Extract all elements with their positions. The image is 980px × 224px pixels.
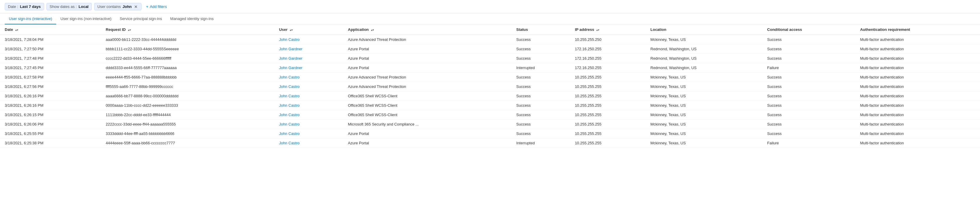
cell-status: Success	[512, 44, 570, 54]
user-link[interactable]: John Castro	[279, 94, 299, 98]
date-filter-chip[interactable]: Date : Last 7 days	[5, 3, 44, 10]
col-header-request-id[interactable]: Request ID ▴▾	[101, 24, 274, 35]
user-link[interactable]: John Gardner	[279, 65, 302, 70]
cell-status: Success	[512, 110, 570, 120]
cell-user[interactable]: John Castro	[274, 120, 343, 129]
user-link[interactable]: John Gardner	[279, 47, 302, 51]
col-header-user[interactable]: User ▴▾	[274, 24, 343, 35]
col-header-conditional-access: Conditional access	[763, 24, 856, 35]
cell-user[interactable]: John Gardner	[274, 54, 343, 63]
cell-user[interactable]: John Castro	[274, 110, 343, 120]
cell-location: Mckinney, Texas, US	[646, 91, 763, 101]
filter-bar: Date : Last 7 days Show dates as : Local…	[0, 0, 980, 14]
cell-application: Azure Portal	[343, 129, 512, 138]
cell-ip-address: 10.255.255.255	[570, 110, 646, 120]
cell-conditional-access: Success	[763, 82, 856, 91]
cell-auth-requirement: Multi-factor authentication	[855, 73, 980, 82]
user-link[interactable]: John Castro	[279, 37, 299, 42]
cell-request-id: aaa0000-bb11-2222-33cc-444444dddddd	[101, 35, 274, 44]
table-row[interactable]: 3/18/2021, 7:27:48 PMcccc2222-dd33-4444-…	[0, 54, 980, 63]
cell-auth-requirement: Multi-factor authentication	[855, 110, 980, 120]
table-row[interactable]: 3/18/2021, 6:26:15 PM1111bbbb-22cc-dddd-…	[0, 110, 980, 120]
cell-request-id: eeee4444-ff55-6666-77aa-888888bbbbbb	[101, 73, 274, 82]
cell-location: Mckinney, Texas, US	[646, 138, 763, 148]
cell-user[interactable]: John Castro	[274, 138, 343, 148]
cell-date: 3/18/2021, 6:26:06 PM	[0, 120, 101, 129]
col-header-ip-address[interactable]: IP address ▴▾	[570, 24, 646, 35]
ip-sort-icon[interactable]: ▴▾	[597, 29, 599, 32]
table-row[interactable]: 3/18/2021, 6:26:16 PM0000aaaa-11bb-cccc-…	[0, 101, 980, 110]
table-row[interactable]: 3/18/2021, 6:27:58 PMeeee4444-ff55-6666-…	[0, 73, 980, 82]
cell-auth-requirement: Multi-factor authentication	[855, 44, 980, 54]
table-row[interactable]: 3/18/2021, 7:27:50 PMbbbb1111-cc22-3333-…	[0, 44, 980, 54]
tab-managed-identity[interactable]: Managed identity sign-ins	[166, 14, 218, 24]
cell-request-id: aaaa6666-bb77-8888-99cc-000000dddddd	[101, 91, 274, 101]
user-link[interactable]: John Castro	[279, 113, 299, 117]
cell-user[interactable]: John Castro	[274, 35, 343, 44]
cell-ip-address: 10.255.255.255	[570, 129, 646, 138]
cell-auth-requirement: Multi-factor authentication	[855, 35, 980, 44]
cell-date: 3/18/2021, 7:27:45 PM	[0, 63, 101, 73]
cell-ip-address: 10.255.255.255	[570, 73, 646, 82]
cell-user[interactable]: John Castro	[274, 129, 343, 138]
cell-status: Interrupted	[512, 63, 570, 73]
table-row[interactable]: 3/18/2021, 6:26:06 PM2222cccc-33dd-eeee-…	[0, 120, 980, 129]
table-row[interactable]: 3/18/2021, 7:27:45 PMdddd3333-ee44-5555-…	[0, 63, 980, 73]
user-filter-close-icon[interactable]: ✕	[134, 5, 138, 9]
table-row[interactable]: 3/18/2021, 6:26:16 PMaaaa6666-bb77-8888-…	[0, 91, 980, 101]
user-link[interactable]: John Castro	[279, 84, 299, 89]
col-header-application[interactable]: Application ▴▾	[343, 24, 512, 35]
cell-user[interactable]: John Castro	[274, 73, 343, 82]
request-id-sort-icon[interactable]: ▴▾	[128, 29, 131, 32]
tab-interactive[interactable]: User sign-ins (interactive)	[5, 14, 56, 24]
date-sort-icon[interactable]: ▴▾	[15, 29, 18, 32]
cell-date: 3/18/2021, 6:27:56 PM	[0, 82, 101, 91]
application-sort-icon[interactable]: ▴▾	[371, 29, 374, 32]
tab-non-interactive[interactable]: User sign-ins (non-interactive)	[56, 14, 115, 24]
cell-conditional-access: Success	[763, 120, 856, 129]
cell-conditional-access: Failure	[763, 63, 856, 73]
cell-user[interactable]: John Castro	[274, 91, 343, 101]
user-filter-value: John	[123, 5, 132, 9]
add-filters-button[interactable]: + Add filters	[144, 3, 169, 10]
show-dates-filter-value: Local	[78, 5, 89, 9]
table-row[interactable]: 3/18/2021, 6:25:38 PM4444eeee-55ff-aaaa-…	[0, 138, 980, 148]
user-link[interactable]: John Castro	[279, 75, 299, 79]
user-link[interactable]: John Castro	[279, 132, 299, 136]
cell-user[interactable]: John Gardner	[274, 44, 343, 54]
cell-status: Success	[512, 101, 570, 110]
user-link[interactable]: John Gardner	[279, 56, 302, 60]
cell-date: 3/18/2021, 6:25:55 PM	[0, 129, 101, 138]
cell-application: Azure Portal	[343, 54, 512, 63]
show-dates-filter-chip[interactable]: Show dates as : Local	[46, 3, 92, 10]
cell-user[interactable]: John Castro	[274, 82, 343, 91]
table-row[interactable]: 3/18/2021, 6:25:55 PM3333dddd-44ee-ffff-…	[0, 129, 980, 138]
cell-user[interactable]: John Gardner	[274, 63, 343, 73]
cell-date: 3/18/2021, 6:26:16 PM	[0, 101, 101, 110]
col-header-date[interactable]: Date ▴▾	[0, 24, 101, 35]
cell-application: Azure Advanced Threat Protection	[343, 82, 512, 91]
table-row[interactable]: 3/18/2021, 7:28:04 PMaaa0000-bb11-2222-3…	[0, 35, 980, 44]
cell-ip-address: 10.255.255.255	[570, 82, 646, 91]
cell-date: 3/18/2021, 7:27:48 PM	[0, 54, 101, 63]
cell-ip-address: 10.255.255.255	[570, 91, 646, 101]
cell-conditional-access: Success	[763, 101, 856, 110]
cell-ip-address: 10.255.255.255	[570, 138, 646, 148]
cell-ip-address: 172.16.250.255	[570, 63, 646, 73]
cell-status: Success	[512, 73, 570, 82]
user-filter-chip[interactable]: User contains John ✕	[94, 3, 142, 10]
user-link[interactable]: John Castro	[279, 141, 299, 145]
cell-request-id: cccc2222-dd33-4444-55ee-666666ffffff	[101, 54, 274, 63]
user-sort-icon[interactable]: ▴▾	[290, 29, 293, 32]
table-row[interactable]: 3/18/2021, 6:27:56 PMffff5555-aa66-7777-…	[0, 82, 980, 91]
cell-status: Success	[512, 82, 570, 91]
cell-conditional-access: Success	[763, 35, 856, 44]
cell-conditional-access: Success	[763, 73, 856, 82]
cell-user[interactable]: John Castro	[274, 101, 343, 110]
user-link[interactable]: John Castro	[279, 122, 299, 126]
user-link[interactable]: John Castro	[279, 103, 299, 108]
tab-service-principal[interactable]: Service principal sign-ins	[116, 14, 166, 24]
cell-ip-address: 10.255.255.255	[570, 101, 646, 110]
cell-location: Redmond, Washington, US	[646, 44, 763, 54]
add-filters-icon: +	[146, 5, 149, 9]
